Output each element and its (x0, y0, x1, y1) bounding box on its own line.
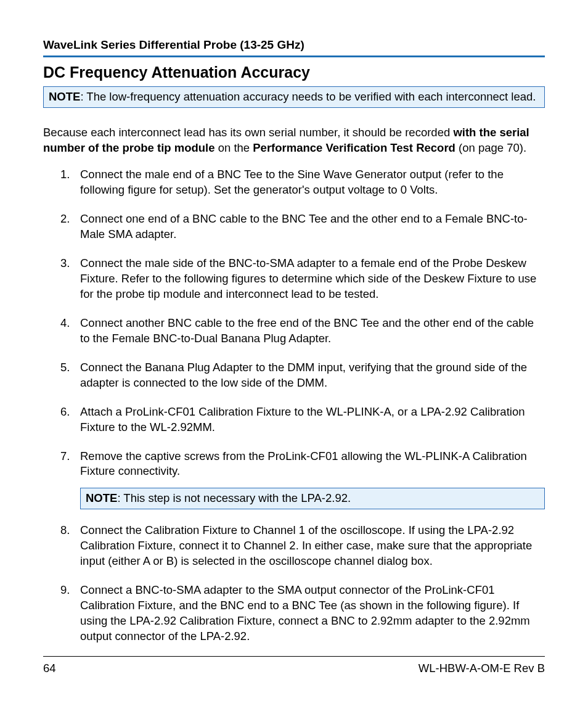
note-label: NOTE (86, 491, 117, 504)
note-box-top: NOTE: The low-frequency attenuation accu… (43, 86, 545, 108)
step-number: 7. (60, 449, 70, 464)
step-number: 1. (60, 167, 70, 183)
step-number: 6. (60, 404, 70, 420)
step-8: 8. Connect the Calibration Fixture to Ch… (60, 523, 545, 569)
step-5: 5. Connect the Banana Plug Adapter to th… (60, 360, 545, 391)
step-number: 2. (60, 211, 70, 227)
intro-pre: Because each interconnect lead has its o… (43, 126, 453, 139)
step-3: 3. Connect the male side of the BNC-to-S… (60, 256, 545, 302)
intro-mid: on the (215, 141, 253, 154)
step-text: Connect the male side of the BNC-to-SMA … (80, 257, 536, 300)
document-page: WaveLink Series Differential Probe (13-2… (0, 0, 588, 706)
page-footer: 64 WL-HBW-A-OM-E Rev B (43, 656, 545, 675)
intro-paragraph: Because each interconnect lead has its o… (43, 125, 545, 156)
step-text: Connect one end of a BNC cable to the BN… (80, 212, 528, 240)
step-text: Remove the captive screws from the ProLi… (80, 449, 527, 478)
page-number: 64 (43, 662, 56, 675)
step-text: Connect the Calibration Fixture to Chann… (80, 523, 532, 567)
note-text: : The low-frequency attenuation accuracy… (80, 90, 536, 103)
step-6: 6. Attach a ProLink-CF01 Calibration Fix… (60, 404, 545, 435)
step-number: 5. (60, 360, 70, 376)
step-number: 4. (60, 316, 70, 331)
steps-list: 1. Connect the male end of a BNC Tee to … (60, 167, 545, 644)
note-text: : This step is not necessary with the LP… (117, 491, 351, 504)
running-header: WaveLink Series Differential Probe (13-2… (43, 38, 545, 57)
step-number: 3. (60, 256, 70, 271)
step-text: Attach a ProLink-CF01 Calibration Fixtur… (80, 405, 525, 433)
document-id: WL-HBW-A-OM-E Rev B (419, 662, 545, 675)
step-text: Connect a BNC-to-SMA adapter to the SMA … (80, 583, 530, 642)
step-text: Connect another BNC cable to the free en… (80, 316, 534, 345)
step-4: 4. Connect another BNC cable to the free… (60, 316, 545, 347)
note-label: NOTE (49, 90, 80, 103)
step-text: Connect the male end of a BNC Tee to the… (80, 168, 504, 196)
note-box-step7: NOTE: This step is not necessary with th… (80, 488, 545, 509)
step-text: Connect the Banana Plug Adapter to the D… (80, 361, 527, 389)
step-number: 9. (60, 583, 70, 598)
step-9: 9. Connect a BNC-to-SMA adapter to the S… (60, 583, 545, 644)
step-number: 8. (60, 523, 70, 538)
intro-bold2: Performance Verification Test Record (253, 141, 455, 154)
intro-post: (on page 70). (455, 141, 526, 154)
step-7: 7. Remove the captive screws from the Pr… (60, 449, 545, 510)
section-title: DC Frequency Attenuation Accuracy (43, 64, 545, 81)
step-2: 2. Connect one end of a BNC cable to the… (60, 211, 545, 242)
step-1: 1. Connect the male end of a BNC Tee to … (60, 167, 545, 198)
